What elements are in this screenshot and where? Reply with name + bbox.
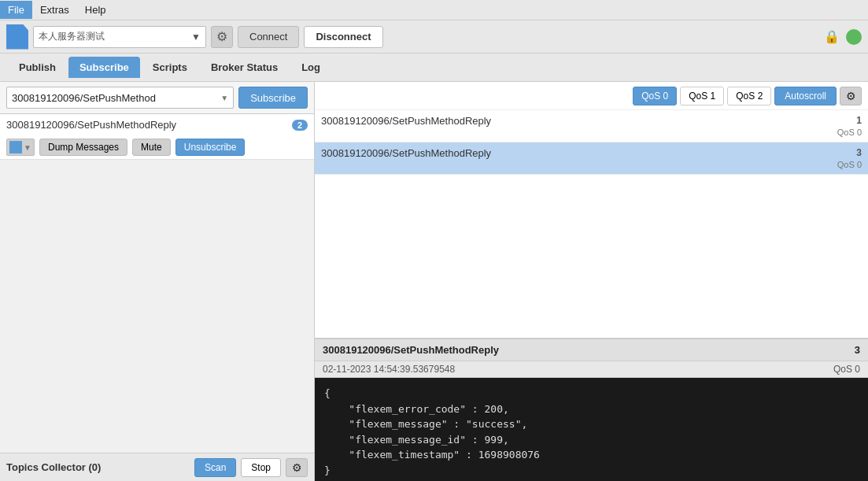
message-detail-header: 300819120096/SetPushMethodReply 3 [315,339,868,361]
message-detail: 300819120096/SetPushMethodReply 3 02-11-… [315,339,868,481]
qos0-filter-button[interactable]: QoS 0 [633,87,677,105]
message-row[interactable]: 300819120096/SetPushMethodReply 1 QoS 0 [315,110,868,142]
color-picker-button[interactable]: ▼ [6,139,35,156]
server-dropdown[interactable]: 本人服务器测试 ▼ [33,26,206,48]
topic-input-wrapper[interactable]: 300819120096/SetPushMethod ▼ [6,87,234,109]
message-count: 1 [856,115,862,126]
message-topic: 300819120096/SetPushMethodReply [321,115,837,127]
qos1-filter-button[interactable]: QoS 1 [680,87,724,105]
mute-button[interactable]: Mute [132,139,171,156]
tab-subscribe[interactable]: Subscribe [68,57,140,78]
tab-log[interactable]: Log [290,57,331,78]
toolbar: 本人服务器测试 ▼ ⚙ Connect Disconnect 🔒 [0,20,868,54]
tab-publish[interactable]: Publish [8,57,67,78]
lock-icon: 🔒 [822,28,841,46]
topic-dropdown-icon: ▼ [220,94,228,102]
sub-item-controls: ▼ Dump Messages Mute Unsubscribe [0,135,314,159]
right-panel: QoS 0 QoS 1 QoS 2 Autoscroll ⚙ 300819120… [315,82,868,481]
disconnect-button[interactable]: Disconnect [304,26,382,48]
topics-options-icon: ⚙ [292,461,302,474]
message-qos: QoS 0 [837,160,862,169]
stop-button[interactable]: Stop [241,458,281,477]
topics-collector: Topics Collector (0) Scan Stop ⚙ [0,453,314,481]
message-row[interactable]: 300819120096/SetPushMethodReply 3 QoS 0 [315,142,868,175]
menu-extras[interactable]: Extras [32,1,77,19]
menu-help[interactable]: Help [77,1,114,19]
qos-filter-buttons: QoS 0 QoS 1 QoS 2 [633,87,771,105]
subscription-list: 300819120096/SetPushMethodReply 2 ▼ Dump… [0,114,314,160]
message-meta: 3 QoS 0 [837,147,862,169]
subscribe-button[interactable]: Subscribe [238,87,308,109]
scan-button[interactable]: Scan [194,458,236,477]
dropdown-arrow-icon: ▼ [191,31,201,43]
tab-scripts[interactable]: Scripts [142,57,198,78]
main-content: 300819120096/SetPushMethod ▼ Subscribe 3… [0,82,868,481]
message-options-icon: ⚙ [846,90,856,102]
autoscroll-button[interactable]: Autoscroll [774,87,837,105]
message-list-options-button[interactable]: ⚙ [840,87,862,105]
menu-file[interactable]: File [0,1,32,19]
left-filler [0,160,314,453]
message-topic: 300819120096/SetPushMethodReply [321,147,837,159]
message-qos: QoS 0 [837,128,862,137]
message-meta: 1 QoS 0 [837,115,862,137]
message-count: 3 [856,147,862,158]
tabbar: Publish Subscribe Scripts Broker Status … [0,54,868,82]
detail-timestamp: 02-11-2023 14:54:39.53679548 [323,364,455,375]
tab-broker-status[interactable]: Broker Status [200,57,289,78]
gear-icon: ⚙ [216,29,227,44]
connection-status-dot [846,29,862,45]
message-detail-body: { "flexem_error_code" : 200, "flexem_mes… [315,378,868,481]
sub-count-badge: 2 [292,120,308,131]
dump-messages-button[interactable]: Dump Messages [39,139,127,156]
menubar: File Extras Help [0,0,868,20]
detail-topic: 300819120096/SetPushMethodReply [323,344,499,356]
topics-collector-label: Topics Collector (0) [6,461,190,473]
unsubscribe-button[interactable]: Unsubscribe [175,139,246,156]
color-swatch [9,141,22,154]
gear-button[interactable]: ⚙ [211,26,233,48]
topic-input-value: 300819120096/SetPushMethod [12,92,156,104]
new-doc-icon[interactable] [6,24,28,50]
subscribe-bar: 300819120096/SetPushMethod ▼ Subscribe [0,82,314,114]
sub-topic: 300819120096/SetPushMethodReply [6,119,287,131]
subscription-item: 300819120096/SetPushMethodReply 2 ▼ Dump… [0,114,314,160]
message-list: 300819120096/SetPushMethodReply 1 QoS 0 … [315,110,868,339]
left-panel: 300819120096/SetPushMethod ▼ Subscribe 3… [0,82,315,481]
server-name: 本人服务器测试 [39,30,105,43]
message-list-header: QoS 0 QoS 1 QoS 2 Autoscroll ⚙ [315,82,868,110]
color-dropdown-icon: ▼ [24,143,31,152]
detail-qos: QoS 0 [833,364,860,375]
connect-button[interactable]: Connect [238,26,299,48]
sub-item-header: 300819120096/SetPushMethodReply 2 [0,114,314,135]
detail-count: 3 [855,344,860,356]
topics-options-button[interactable]: ⚙ [286,458,308,477]
qos2-filter-button[interactable]: QoS 2 [727,87,771,105]
message-detail-meta: 02-11-2023 14:54:39.53679548 QoS 0 [315,361,868,378]
